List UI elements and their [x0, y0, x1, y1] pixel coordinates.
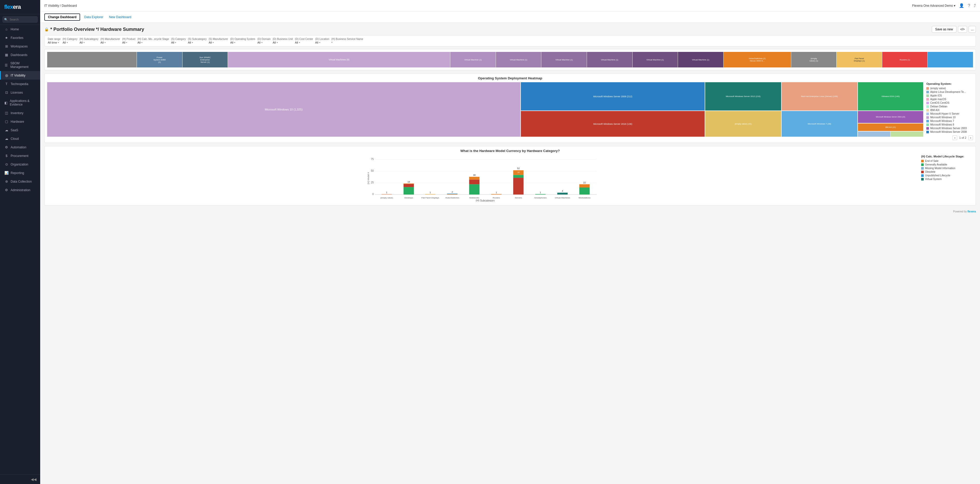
sidebar-item-favorites[interactable]: ★Favorites [0, 33, 40, 42]
code-button[interactable]: </> [958, 26, 967, 33]
search-input[interactable] [3, 16, 38, 22]
sidebar-item-technopedia[interactable]: TTechnopedia [0, 80, 40, 88]
os-ws2008[interactable]: Microsoft Windows Server 2008 (212) [521, 82, 705, 110]
sidebar-item-saas[interactable]: ☁SaaS [0, 126, 40, 134]
os-ibmaix[interactable]: IBM AIX (12) [858, 123, 923, 131]
account-selector[interactable]: Flexera One Advanced Demo [912, 4, 955, 8]
bar-servers-ga[interactable] [513, 175, 524, 178]
bar-smartphones[interactable] [535, 194, 546, 194]
nav-label-reporting: Reporting [11, 171, 24, 175]
tm-block-hubs[interactable]: Hubs/Switches (2)Nexus 3000 S... [724, 52, 791, 67]
sidebar-item-procurement[interactable]: $Procurement [0, 151, 40, 160]
sidebar-item-workspaces[interactable]: ⊞Workspaces [0, 42, 40, 51]
svg-text:Desktops: Desktops [404, 197, 413, 199]
filter-value-10[interactable]: All [258, 41, 270, 44]
legend-next-button[interactable]: › [968, 135, 973, 140]
tm-block-vm8[interactable]: Virtual Machines (8) [228, 52, 450, 67]
sidebar-item-data-collection[interactable]: ⊛Data Collection [0, 177, 40, 186]
os-small-row [858, 132, 923, 137]
filter-value-8[interactable]: All [209, 41, 228, 44]
tm-block-flat[interactable]: Flat PanelDisplays (1) [837, 52, 882, 67]
bar-desktops-eos[interactable] [404, 183, 414, 184]
bar-vms[interactable] [557, 193, 568, 194]
hardware-treemap-section: PowerSystem E880(1) Sun SPARCEnterpriseS… [45, 49, 976, 70]
tm-block-power[interactable]: PowerSystem E880(1) [137, 52, 182, 67]
sidebar-item-app-evidence[interactable]: ◧Applications & Evidence [0, 97, 40, 109]
more-button[interactable]: ... [969, 26, 976, 33]
bar-desktops-ga[interactable] [404, 187, 414, 194]
bar-notebooks-ga[interactable] [469, 184, 480, 194]
new-dashboard-button[interactable]: New Dashboard [107, 14, 133, 20]
filter-value-3[interactable]: All [100, 41, 120, 44]
filter-label-3: (H) Manufacturer [100, 38, 120, 40]
tm-block-sun[interactable]: Sun SPARCEnterpriseServer (1) [183, 52, 228, 67]
sidebar-item-cloud[interactable]: ☁Cloud [0, 134, 40, 143]
filter-value-7[interactable]: All [188, 41, 207, 44]
bar-hubs-unp[interactable] [447, 194, 458, 194]
os-ws2012[interactable]: Microsoft Windows Server 2012 (210) [705, 82, 781, 110]
user-icon[interactable]: 👤 [959, 3, 964, 8]
filter-value-14[interactable] [331, 41, 363, 44]
bar-desktops-obs[interactable] [404, 184, 414, 187]
os-win7-38[interactable]: Microsoft Windows 7 (38) [782, 111, 858, 137]
tm-block-vm1d[interactable]: Virtual Machine (1) [587, 52, 632, 67]
tm-block-vm1a[interactable]: Virtual Machine (1) [450, 52, 496, 67]
filter-value-11[interactable]: All [273, 41, 293, 44]
legend-prev-button[interactable]: ‹ [953, 135, 957, 140]
bar-servers-obs[interactable] [513, 178, 524, 194]
filter-value-2[interactable]: All [80, 41, 99, 44]
save-as-new-button[interactable]: Save as new [932, 26, 956, 33]
os-vmware[interactable]: VMware ESXi (140) [858, 82, 923, 110]
filter-value-0[interactable]: All time [48, 41, 60, 44]
search-icon: 🔍 [4, 18, 8, 21]
sidebar-item-administration[interactable]: ⚙Administration [0, 186, 40, 194]
sidebar-item-automation[interactable]: ⚙Automation [0, 143, 40, 151]
bar-notebooks-eos[interactable] [469, 177, 480, 180]
tm-block-vm1b[interactable]: Virtual Machine (1) [496, 52, 541, 67]
sidebar-item-licenses[interactable]: ⊡Licenses [0, 88, 40, 97]
os-ws2016[interactable]: Microsoft Windows Server 2016 (136) [521, 111, 705, 137]
bar-legend-dot-2 [921, 167, 924, 170]
tm-block-vm1c[interactable]: Virtual Machine (1) [541, 52, 587, 67]
sidebar-item-dashboards[interactable]: ▦Dashboards [0, 51, 40, 59]
sidebar-item-home[interactable]: ⌂Home [0, 25, 40, 33]
change-dashboard-button[interactable]: Change Dashboard [45, 13, 80, 21]
bar-workstations-eos[interactable] [579, 184, 590, 188]
filter-value-9[interactable]: All [230, 41, 255, 44]
tm-block-empty-val[interactable]: (emptyvalue) (1) [791, 52, 837, 67]
os-ws2003[interactable]: Microsoft Windows Server 2003 (22) [858, 111, 923, 123]
svg-text:Notebooks: Notebooks [469, 197, 479, 199]
filter-value-13[interactable]: All [315, 41, 329, 44]
filter-value-6[interactable]: All [171, 41, 186, 44]
tm-block-routers[interactable]: Routers (1) [882, 52, 928, 67]
tm-block-vm1f[interactable]: Virtual Machine (1) [678, 52, 723, 67]
sidebar-item-hardware[interactable]: ▢Hardware [0, 117, 40, 126]
filter-value-1[interactable]: All [62, 41, 77, 44]
os-empty42[interactable]: (empty value) (42) [705, 111, 781, 137]
bar-chart-section: What is the Hardware Model Currency by H… [45, 146, 976, 205]
sidebar-item-it-visibility[interactable]: ◎IT Visibility [0, 71, 40, 80]
share-icon[interactable]: ⤴ [974, 3, 976, 8]
os-win10-block[interactable]: Microsoft Windows 10 (1,325) [47, 82, 520, 137]
tm-block-vm1e[interactable]: Virtual Machine (1) [633, 52, 678, 67]
sidebar-item-organization[interactable]: ⊙Organization [0, 160, 40, 169]
svg-text:Flat Panel Displays: Flat Panel Displays [421, 197, 439, 199]
bar-empty-value[interactable] [382, 194, 392, 194]
help-icon[interactable]: ? [968, 3, 970, 8]
os-heatmap-title: Operating System Deployment Heatmap [47, 76, 973, 80]
bar-flatpanel[interactable] [425, 194, 436, 194]
data-explorer-button[interactable]: Data Explorer [83, 14, 105, 20]
sidebar-item-sbom[interactable]: ☰SBOM Management [0, 59, 40, 71]
bar-workstations-ga[interactable] [579, 188, 590, 194]
filter-value-12[interactable]: All [295, 41, 313, 44]
bar-routers[interactable] [491, 194, 502, 194]
os-redhat[interactable]: Red Hat Enterprise Linux (Server) (169) [782, 82, 858, 110]
filter-value-5[interactable]: All [137, 41, 169, 44]
tm-block-misc[interactable] [928, 52, 973, 67]
bar-notebooks-obs[interactable] [469, 180, 480, 184]
sidebar-item-reporting[interactable]: 📊Reporting [0, 169, 40, 177]
filter-value-4[interactable]: All [122, 41, 135, 44]
collapse-button[interactable]: ◀◀ [31, 477, 37, 481]
bar-hubs-eos[interactable] [447, 194, 458, 194]
sidebar-item-inventory[interactable]: ◫Inventory [0, 109, 40, 117]
